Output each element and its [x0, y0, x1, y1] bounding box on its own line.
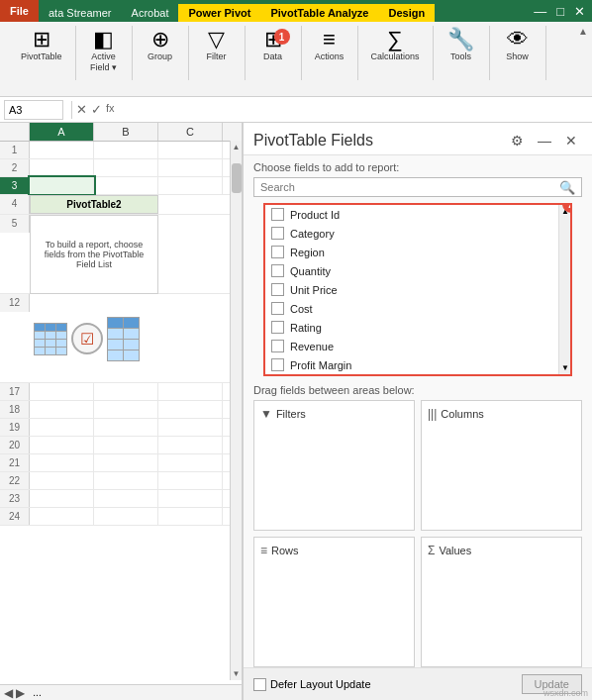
- tools-icon: 🔧: [447, 29, 474, 50]
- filter-button[interactable]: ▽ Filter: [197, 26, 237, 65]
- col-header-a[interactable]: A: [30, 123, 94, 141]
- cell-a2[interactable]: [30, 159, 94, 176]
- cell-b3[interactable]: [94, 177, 158, 194]
- cancel-formula-icon[interactable]: ✕: [76, 102, 87, 117]
- ribbon: ⊞ PivotTable ◧ ActiveField ▾ ⊕ Group: [0, 22, 592, 97]
- show-button[interactable]: 👁 Show: [498, 26, 538, 65]
- vertical-scrollbar[interactable]: ▲ ▼: [230, 141, 242, 680]
- sheet-tab-ellipsis[interactable]: ...: [33, 687, 41, 698]
- tab-power-pivot[interactable]: Power Pivot: [178, 4, 260, 22]
- ribbon-group-data: ⊞ 1 Data: [246, 26, 302, 80]
- formula-input[interactable]: [115, 104, 588, 116]
- field-item-unit-price[interactable]: Unit Price: [265, 280, 570, 299]
- ribbon-group-group: ⊕ Group: [133, 26, 189, 80]
- field-item-product-id[interactable]: Product Id: [265, 205, 570, 224]
- cell-b1[interactable]: [94, 142, 158, 158]
- field-item-rating[interactable]: Rating: [265, 318, 570, 337]
- minimize-button[interactable]: —: [531, 4, 549, 19]
- tab-design[interactable]: Design: [378, 4, 435, 22]
- cell-reference-input[interactable]: A3: [4, 100, 63, 120]
- field-checkbox-rating[interactable]: [271, 321, 284, 334]
- restore-button[interactable]: □: [553, 4, 567, 19]
- calculations-icon: ∑: [387, 29, 403, 50]
- filter-label: Filter: [207, 51, 227, 62]
- file-button[interactable]: File: [0, 0, 39, 22]
- field-checkbox-cost[interactable]: [271, 302, 284, 315]
- cell-a3[interactable]: [30, 177, 94, 194]
- pivot-panel-title: PivotTable Fields: [253, 132, 373, 150]
- calculations-button[interactable]: ∑ Calculations: [366, 26, 425, 65]
- scroll-thumb[interactable]: [232, 163, 242, 193]
- field-item-region[interactable]: Region: [265, 243, 570, 261]
- active-field-label: ActiveField ▾: [90, 51, 117, 73]
- field-checkbox-product-id[interactable]: [271, 208, 284, 221]
- rows-area: 1 2 3 4 PivotTable2: [0, 142, 242, 684]
- main-area: A B C 1 2 3: [0, 123, 592, 700]
- pivottable-button[interactable]: ⊞ PivotTable: [16, 26, 67, 65]
- active-field-button[interactable]: ◧ ActiveField ▾: [84, 26, 124, 76]
- field-label-profit-margin: Profit Margin: [290, 359, 351, 371]
- cell-b2[interactable]: [94, 159, 158, 176]
- ribbon-group-buttons-2: ◧ ActiveField ▾: [84, 26, 124, 76]
- tab-streamer[interactable]: ata Streamer: [39, 4, 122, 22]
- defer-check-box[interactable]: [253, 678, 266, 691]
- pivot-fields-list: 2 Product Id Category Region Quantity: [263, 203, 572, 376]
- scroll-up-button[interactable]: ▲: [231, 141, 243, 153]
- drag-area-filters[interactable]: ▼ Filters: [253, 400, 415, 531]
- drag-area-filters-header: ▼ Filters: [260, 407, 408, 421]
- ribbon-group-calculations: ∑ Calculations: [358, 26, 434, 80]
- field-label-rating: Rating: [290, 322, 322, 334]
- field-checkbox-category[interactable]: [271, 227, 284, 240]
- ribbon-group-buttons-5: ⊞ 1 Data: [253, 26, 293, 65]
- drag-area-rows[interactable]: ≡ Rows: [253, 537, 415, 667]
- cell-c2[interactable]: [158, 159, 223, 176]
- title-actions: — □ ✕: [527, 4, 592, 19]
- field-checkbox-region[interactable]: [271, 246, 284, 258]
- tools-button[interactable]: 🔧 Tools: [442, 26, 481, 65]
- ribbon-group-activefield: ◧ ActiveField ▾: [76, 26, 133, 80]
- columns-area-label: Columns: [441, 408, 483, 420]
- pivot-settings-button[interactable]: ⚙: [506, 131, 529, 150]
- sheet-tabs: ...: [29, 687, 45, 698]
- filters-area-label: Filters: [276, 408, 306, 420]
- group-button[interactable]: ⊕ Group: [141, 26, 180, 65]
- cell-a1[interactable]: [30, 142, 94, 158]
- field-item-cost[interactable]: Cost: [265, 299, 570, 318]
- field-checkbox-revenue[interactable]: [271, 340, 284, 352]
- drag-area-columns[interactable]: ||| Columns: [421, 400, 582, 531]
- ribbon-collapse-icon[interactable]: ▲: [578, 26, 588, 37]
- field-checkbox-quantity[interactable]: [271, 264, 284, 277]
- insert-function-icon[interactable]: fx: [106, 102, 115, 117]
- pivot-search-input[interactable]: [254, 178, 553, 196]
- pivot-close-button[interactable]: ✕: [560, 131, 582, 150]
- field-item-revenue[interactable]: Revenue: [265, 337, 570, 355]
- field-item-category[interactable]: Category: [265, 224, 570, 243]
- tab-acrobat[interactable]: Acrobat: [122, 4, 179, 22]
- cell-c1[interactable]: [158, 142, 223, 158]
- cell-c3[interactable]: [158, 177, 223, 194]
- field-checkbox-profit-margin[interactable]: [271, 358, 284, 371]
- close-button[interactable]: ✕: [571, 4, 588, 19]
- confirm-formula-icon[interactable]: ✓: [91, 102, 102, 117]
- pivot-result-icon: [107, 317, 140, 361]
- row-number: 4: [0, 195, 30, 214]
- actions-button[interactable]: ≡ Actions: [310, 26, 349, 65]
- fields-scroll-down-btn[interactable]: ▼: [559, 361, 570, 374]
- scroll-down-button[interactable]: ▼: [231, 667, 243, 680]
- ribbon-groups: ⊞ PivotTable ◧ ActiveField ▾ ⊕ Group: [8, 26, 584, 80]
- mini-table-icon: [34, 323, 67, 355]
- cell-pivot-title[interactable]: PivotTable2: [30, 195, 158, 214]
- actions-label: Actions: [315, 51, 345, 62]
- data-button[interactable]: ⊞ 1 Data: [253, 26, 293, 65]
- field-item-quantity[interactable]: Quantity: [265, 261, 570, 280]
- field-item-profit-margin[interactable]: Profit Margin: [265, 355, 570, 374]
- drag-area-values[interactable]: Σ Values: [421, 537, 582, 667]
- col-header-b[interactable]: B: [94, 123, 158, 141]
- sheet-navigation[interactable]: ◀ ▶: [0, 686, 29, 700]
- pivot-minimize-button[interactable]: —: [533, 131, 556, 150]
- tab-pivottable-analyze[interactable]: PivotTable Analyze: [260, 4, 378, 22]
- defer-checkbox-container[interactable]: Defer Layout Update: [253, 678, 371, 691]
- field-checkbox-unit-price[interactable]: [271, 283, 284, 296]
- col-header-c[interactable]: C: [158, 123, 223, 141]
- ribbon-group-buttons-3: ⊕ Group: [141, 26, 180, 65]
